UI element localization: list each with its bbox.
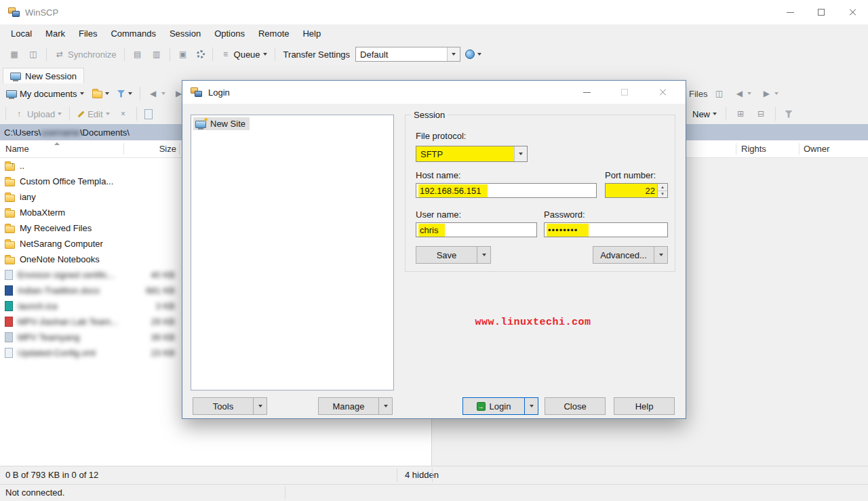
- chevron-down-icon: [384, 405, 388, 407]
- login-label: Login: [490, 401, 511, 412]
- transfer-settings-label: Transfer Settings: [279, 49, 355, 60]
- combo-arrow: [447, 47, 460, 61]
- edit-button[interactable]: Edit: [74, 105, 113, 123]
- menu-session[interactable]: Session: [163, 26, 208, 41]
- password-input[interactable]: ••••••••: [544, 222, 668, 237]
- host-name-label: Host name:: [416, 170, 460, 180]
- chevron-down-icon: [80, 92, 84, 95]
- menu-commands[interactable]: Commands: [104, 26, 162, 41]
- gray-doc-icon: [5, 332, 13, 342]
- back-button[interactable]: ◀: [144, 85, 169, 102]
- menu-mark[interactable]: Mark: [39, 26, 72, 41]
- remove-button[interactable]: ⊟: [752, 105, 770, 123]
- remote-back-button[interactable]: ◀: [730, 85, 755, 102]
- column-header-name[interactable]: Name: [5, 140, 29, 158]
- close-dialog-button[interactable]: Close: [545, 397, 606, 415]
- manage-button[interactable]: Manage: [318, 397, 393, 415]
- login-dropdown[interactable]: [524, 398, 538, 414]
- add-button[interactable]: ⊞: [732, 105, 749, 123]
- host-name-input[interactable]: 192.168.56.151: [416, 183, 597, 198]
- menu-options[interactable]: Options: [208, 26, 252, 41]
- list-view-button[interactable]: ▤: [129, 45, 146, 63]
- folder-icon: [5, 210, 15, 218]
- column-divider[interactable]: [799, 143, 800, 155]
- file-protocol-select[interactable]: SFTP: [416, 146, 528, 162]
- toolbar-separator: [775, 107, 776, 121]
- remote-filter-button[interactable]: [781, 105, 796, 123]
- spin-up-icon[interactable]: ▲: [658, 184, 667, 191]
- grid-view-button[interactable]: ▥: [148, 45, 165, 63]
- tree-item-new-site[interactable]: ★ New Site: [193, 117, 250, 130]
- dialog-minimize-button[interactable]: [568, 81, 606, 104]
- remote-forward-button[interactable]: ▶: [757, 85, 782, 102]
- toolbar-separator: [46, 47, 47, 61]
- gear-icon: [197, 50, 205, 58]
- login-button[interactable]: → Login: [462, 397, 538, 415]
- save-button[interactable]: Save: [416, 246, 491, 264]
- close-icon: [658, 88, 667, 96]
- queue-label: Queue: [234, 49, 260, 60]
- synchronize-browsing-button[interactable]: ▣: [174, 45, 192, 63]
- forward-icon: ▶: [761, 88, 772, 99]
- dialog-close-button[interactable]: [644, 81, 682, 104]
- upload-button[interactable]: ↑ Upload: [10, 105, 65, 123]
- maximize-button[interactable]: [806, 0, 837, 24]
- save-dropdown[interactable]: [477, 247, 490, 263]
- properties-button[interactable]: [141, 105, 156, 123]
- commander-layout-button[interactable]: ◫: [24, 45, 42, 63]
- user-name-input[interactable]: chris: [416, 222, 537, 237]
- column-divider[interactable]: [736, 143, 736, 155]
- manage-dropdown[interactable]: [378, 398, 392, 414]
- column-header-owner[interactable]: Owner: [804, 140, 829, 158]
- column-header-size[interactable]: Size: [123, 140, 176, 158]
- spin-down-icon[interactable]: ▼: [658, 191, 667, 198]
- column-divider[interactable]: [123, 143, 124, 155]
- help-button[interactable]: Help: [614, 397, 675, 415]
- open-directory-button[interactable]: [89, 85, 113, 102]
- advanced-button[interactable]: Advanced...: [593, 246, 668, 264]
- port-spinner[interactable]: ▲ ▼: [657, 184, 667, 197]
- menu-remote[interactable]: Remote: [252, 26, 296, 41]
- minimize-icon: [787, 12, 794, 13]
- new-button[interactable]: New: [689, 105, 720, 123]
- properties-icon: [144, 109, 153, 119]
- filter-button[interactable]: [114, 85, 136, 102]
- synchronize-button[interactable]: ⇄ Synchronize: [51, 45, 120, 63]
- menu-help[interactable]: Help: [296, 26, 328, 41]
- menu-local[interactable]: Local: [4, 26, 39, 41]
- port-number-input[interactable]: 22 ▲ ▼: [605, 183, 668, 198]
- transfer-settings-combo[interactable]: Default: [355, 47, 460, 62]
- toolbar-separator: [69, 107, 70, 121]
- dialog-maximize-button[interactable]: [606, 81, 644, 104]
- transfer-options-button[interactable]: [462, 45, 485, 63]
- chevron-down-icon: [161, 92, 165, 95]
- pencil-icon: [78, 111, 85, 117]
- close-label: Close: [545, 401, 605, 412]
- folder-icon: [5, 241, 15, 249]
- tab-new-session[interactable]: New Session: [3, 68, 84, 83]
- close-button[interactable]: [837, 0, 868, 24]
- back-icon: ◀: [734, 88, 745, 99]
- column-divider[interactable]: [179, 143, 180, 155]
- advanced-dropdown[interactable]: [654, 247, 667, 263]
- tools-dropdown[interactable]: [253, 398, 267, 414]
- menu-files[interactable]: Files: [72, 26, 104, 41]
- chevron-down-icon: [530, 405, 534, 407]
- queue-button[interactable]: ≡ Queue: [217, 45, 271, 63]
- column-header-rights[interactable]: Rights: [741, 140, 766, 158]
- chevron-down-icon: [713, 113, 717, 115]
- remote-files-label: Files: [689, 89, 707, 99]
- panels-layout-button[interactable]: ▦: [5, 45, 23, 63]
- local-location-selector[interactable]: My documents: [3, 85, 87, 102]
- login-dialog: Login ★ New Site Session File protocol: …: [182, 80, 686, 419]
- minimize-button[interactable]: [774, 0, 806, 24]
- delete-button[interactable]: ×: [115, 105, 132, 123]
- preferences-button[interactable]: [193, 45, 208, 63]
- tools-button[interactable]: Tools: [193, 397, 267, 415]
- word-doc-icon: [5, 285, 13, 296]
- user-name-value: chris: [418, 224, 445, 237]
- delete-icon: ×: [118, 108, 129, 119]
- chevron-down-icon: [128, 92, 132, 95]
- remote-panel-button[interactable]: ◫: [710, 85, 728, 102]
- site-tree[interactable]: ★ New Site: [191, 115, 394, 390]
